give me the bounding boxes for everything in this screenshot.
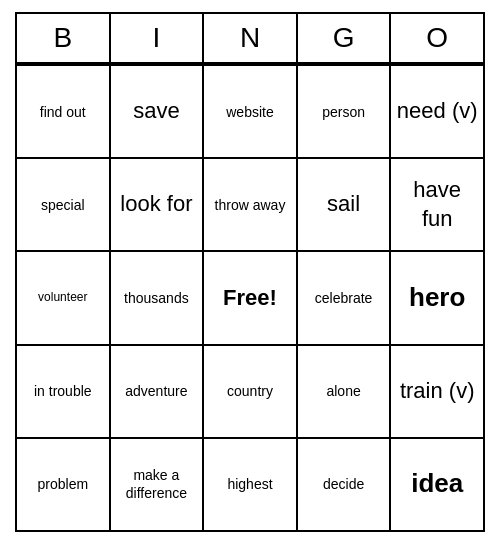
grid-cell: alone <box>298 344 392 437</box>
grid-cell: country <box>204 344 298 437</box>
grid-cell: Free! <box>204 250 298 343</box>
grid-cell: person <box>298 64 392 157</box>
grid-cell: adventure <box>111 344 205 437</box>
grid-cell: highest <box>204 437 298 530</box>
grid-cell: decide <box>298 437 392 530</box>
grid-cell: train (v) <box>391 344 485 437</box>
grid-cell: special <box>17 157 111 250</box>
grid-cell: website <box>204 64 298 157</box>
grid-cell: save <box>111 64 205 157</box>
bingo-grid: find outsavewebsitepersonneed (v)special… <box>15 64 485 532</box>
grid-cell: in trouble <box>17 344 111 437</box>
header-letter: O <box>391 14 485 64</box>
grid-cell: celebrate <box>298 250 392 343</box>
grid-cell: find out <box>17 64 111 157</box>
grid-cell: hero <box>391 250 485 343</box>
bingo-header: BINGO <box>15 12 485 64</box>
grid-cell: volunteer <box>17 250 111 343</box>
grid-cell: idea <box>391 437 485 530</box>
header-letter: B <box>17 14 111 64</box>
header-letter: N <box>204 14 298 64</box>
grid-cell: problem <box>17 437 111 530</box>
grid-cell: thousands <box>111 250 205 343</box>
grid-cell: need (v) <box>391 64 485 157</box>
header-letter: I <box>111 14 205 64</box>
grid-cell: look for <box>111 157 205 250</box>
grid-cell: sail <box>298 157 392 250</box>
bingo-card: BINGO find outsavewebsitepersonneed (v)s… <box>15 12 485 532</box>
grid-cell: throw away <box>204 157 298 250</box>
header-letter: G <box>298 14 392 64</box>
grid-cell: make a difference <box>111 437 205 530</box>
grid-cell: have fun <box>391 157 485 250</box>
